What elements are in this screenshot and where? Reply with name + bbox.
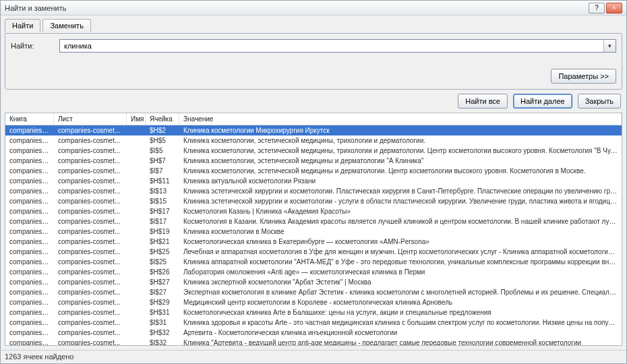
cell-sheet: companies-cosmet... [54, 125, 127, 135]
cell-ref: $H$2 [146, 125, 179, 135]
cell-book: companies-... [5, 328, 54, 338]
cell-name [127, 267, 146, 277]
cell-sheet: companies-cosmet... [54, 338, 127, 345]
cell-ref: $H$27 [146, 277, 179, 287]
table-row[interactable]: companies-...companies-cosmet...$H$11Кли… [5, 176, 622, 186]
help-button[interactable]: ? [589, 3, 605, 13]
cell-book: companies-... [5, 196, 54, 206]
col-name[interactable]: Имя [127, 113, 146, 125]
cell-ref: $I$25 [146, 257, 179, 267]
col-sheet[interactable]: Лист [54, 113, 127, 125]
search-panel: Найти: ▾ Параметры >> [5, 33, 622, 90]
chevron-down-icon[interactable]: ▾ [603, 40, 616, 52]
table-row[interactable]: companies-...companies-cosmet...$I$7Клин… [5, 166, 622, 176]
table-row[interactable]: companies-...companies-cosmet...$H$31Кос… [5, 307, 622, 317]
cell-ref: $H$11 [146, 176, 179, 186]
table-row[interactable]: companies-...companies-cosmet...$H$7Клин… [5, 156, 622, 166]
cell-name [127, 146, 146, 156]
cell-name [127, 176, 146, 186]
cell-value: Клиника актуальной косметологии Рязани [179, 176, 622, 186]
table-row[interactable]: companies-...companies-cosmet...$H$21Кос… [5, 237, 622, 247]
cell-name [127, 206, 146, 216]
tab-find[interactable]: Найти [5, 19, 40, 32]
find-next-button[interactable]: Найти далее [513, 94, 572, 109]
cell-name [127, 186, 146, 196]
cell-name [127, 216, 146, 226]
cell-ref: $H$7 [146, 156, 179, 166]
col-book[interactable]: Книга [5, 113, 54, 125]
cell-book: companies-... [5, 237, 54, 247]
table-row[interactable]: companies-...companies-cosmet...$H$26Лаб… [5, 267, 622, 277]
results-body[interactable]: companies-...companies-cosmet...$H$2Клин… [5, 125, 622, 345]
cell-book: companies-... [5, 166, 54, 176]
cell-book: companies-... [5, 307, 54, 317]
cell-sheet: companies-cosmet... [54, 186, 127, 196]
table-row[interactable]: companies-...companies-cosmet...$I$13Кли… [5, 186, 622, 196]
cell-book: companies-... [5, 176, 54, 186]
table-row[interactable]: companies-...companies-cosmet...$H$17Кос… [5, 206, 622, 216]
cell-name [127, 135, 146, 146]
table-row[interactable]: companies-...companies-cosmet...$H$25Леч… [5, 247, 622, 257]
table-row[interactable]: companies-...companies-cosmet...$I$15Кли… [5, 196, 622, 206]
table-row[interactable]: companies-...companies-cosmet...$H$29Мед… [5, 297, 622, 307]
cell-value: Косметологическая клиника Arte в Балаших… [179, 307, 622, 317]
cell-value: Экспертная косметология в клинике Арбат … [179, 287, 622, 297]
tab-replace[interactable]: Заменить [42, 19, 90, 32]
search-label: Найти: [11, 42, 53, 50]
table-row[interactable]: companies-...companies-cosmet...$H$32Арт… [5, 328, 622, 338]
cell-value: Клиника "Артевита - ведущий центр anti-a… [179, 338, 622, 345]
cell-ref: $I$5 [146, 146, 179, 156]
col-value[interactable]: Значение [179, 113, 622, 125]
cell-sheet: companies-cosmet... [54, 237, 127, 247]
table-row[interactable]: companies-...companies-cosmet...$H$5Клин… [5, 135, 622, 146]
table-row[interactable]: companies-...companies-cosmet...$I$25Кли… [5, 257, 622, 267]
cell-book: companies-... [5, 216, 54, 226]
cell-sheet: companies-cosmet... [54, 206, 127, 216]
table-row[interactable]: companies-...companies-cosmet...$I$31Кли… [5, 317, 622, 328]
results-table: Книга Лист Имя Ячейка Значение companies… [5, 113, 622, 346]
titlebar: Найти и заменить ? × [1, 1, 626, 16]
cell-book: companies-... [5, 135, 54, 146]
close-window-button[interactable]: × [606, 3, 622, 13]
cell-ref: $H$5 [146, 135, 179, 146]
cell-book: companies-... [5, 277, 54, 287]
cell-name [127, 297, 146, 307]
cell-sheet: companies-cosmet... [54, 257, 127, 267]
search-input[interactable] [59, 39, 616, 53]
cell-sheet: companies-cosmet... [54, 317, 127, 328]
cell-book: companies-... [5, 247, 54, 257]
search-combobox[interactable]: ▾ [59, 39, 616, 53]
cell-sheet: companies-cosmet... [54, 176, 127, 186]
options-button[interactable]: Параметры >> [551, 69, 616, 84]
table-row[interactable]: companies-...companies-cosmet...$H$27Кли… [5, 277, 622, 287]
window-controls: ? × [589, 3, 622, 13]
cell-name [127, 317, 146, 328]
cell-value: Клиника экспертной косметологии "Арбат Э… [179, 277, 622, 287]
cell-book: companies-... [5, 287, 54, 297]
table-row[interactable]: companies-...companies-cosmet...$I$5Клин… [5, 146, 622, 156]
cell-name [127, 328, 146, 338]
cell-value: Клиника косметологии в Москве [179, 226, 622, 237]
cell-ref: $I$15 [146, 196, 179, 206]
search-row: Найти: ▾ [11, 39, 616, 53]
action-buttons: Найти все Найти далее Закрыть [5, 90, 622, 113]
find-all-button[interactable]: Найти все [458, 94, 508, 109]
col-cell[interactable]: Ячейка [146, 113, 179, 125]
cell-sheet: companies-cosmet... [54, 247, 127, 257]
cell-value: Косметология в Казани. Клиника Академия … [179, 216, 622, 226]
table-row[interactable]: companies-...companies-cosmet...$I$17Кос… [5, 216, 622, 226]
cell-book: companies-... [5, 297, 54, 307]
table-row[interactable]: companies-...companies-cosmet...$I$32Кли… [5, 338, 622, 345]
cell-name [127, 307, 146, 317]
close-button[interactable]: Закрыть [578, 94, 621, 109]
table-row[interactable]: companies-...companies-cosmet...$I$27Экс… [5, 287, 622, 297]
cell-sheet: companies-cosmet... [54, 277, 127, 287]
cell-ref: $I$13 [146, 186, 179, 196]
cell-book: companies-... [5, 317, 54, 328]
cell-name [127, 287, 146, 297]
cell-ref: $I$31 [146, 317, 179, 328]
table-row[interactable]: companies-...companies-cosmet...$H$2Клин… [5, 125, 622, 135]
table-row[interactable]: companies-...companies-cosmet...$H$19Кли… [5, 226, 622, 237]
cell-value: Клиника косметологии, эстетической медиц… [179, 156, 622, 166]
cell-ref: $H$32 [146, 328, 179, 338]
